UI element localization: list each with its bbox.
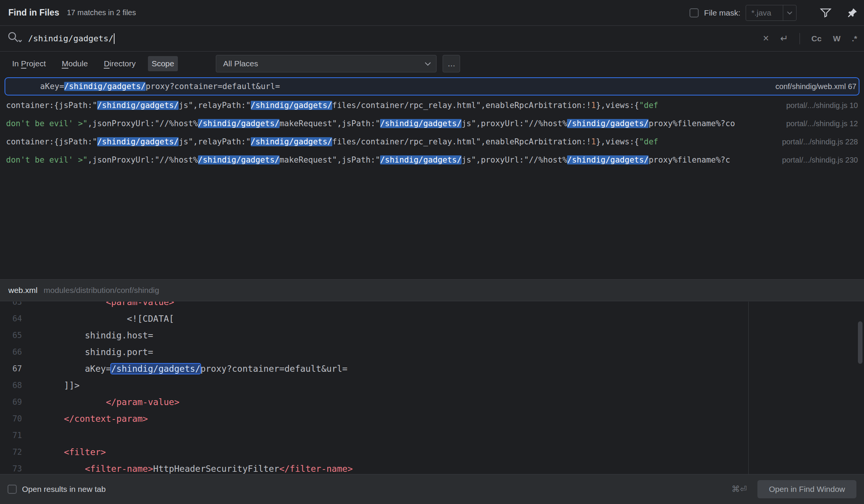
search-bar: /shindig/gadgets/ × ↵ Cc W .*	[0, 26, 864, 52]
result-text: don't be evil' >",jsonProxyUrl:"//%host%…	[6, 119, 780, 128]
result-text: container:{jsPath:"/shindig/gadgets/js",…	[6, 101, 780, 110]
insert-newline-icon[interactable]: ↵	[780, 34, 788, 43]
editor-line[interactable]: 70 </context-param>	[0, 410, 864, 427]
text-caret	[114, 33, 115, 44]
file-mask-label: File mask:	[704, 8, 740, 17]
filter-icon[interactable]	[820, 8, 831, 18]
line-number: 64	[0, 310, 22, 327]
shortcut-hint: ⌘⏎	[732, 484, 747, 494]
search-field-icons: × ↵ Cc W .*	[763, 33, 857, 44]
toggle-separator	[800, 33, 800, 44]
open-in-find-window-button[interactable]: Open in Find Window	[757, 480, 856, 498]
chevron-down-icon	[419, 62, 436, 66]
editor-line[interactable]: 64 <![CDATA[	[0, 310, 864, 327]
result-location: portal/.../shindig.js 12	[786, 119, 858, 128]
line-number: 73	[0, 460, 22, 474]
regex-toggle[interactable]: .*	[852, 34, 857, 43]
editor-lines: 63 <param-value>64 <![CDATA[65 shindig.h…	[0, 302, 864, 474]
preview-header: web.xml modules/distribution/conf/shindi…	[0, 279, 864, 301]
preview-file-path: modules/distribution/conf/shindig	[44, 286, 159, 295]
preview-file-name: web.xml	[8, 286, 38, 295]
line-number: 68	[0, 377, 22, 394]
code-text: <param-value>	[22, 302, 174, 310]
open-in-new-tab-checkbox[interactable]	[8, 485, 17, 494]
clear-search-icon[interactable]: ×	[763, 33, 769, 44]
result-text: aKey=/shindig/gadgets/proxy?container=de…	[11, 82, 770, 91]
editor-line[interactable]: 71	[0, 427, 864, 444]
result-row[interactable]: container:{jsPath:"/shindig/gadgets/js",…	[0, 133, 864, 151]
line-number: 69	[0, 394, 22, 410]
code-text: <filter-name>HttpHeaderSecurityFilter</f…	[22, 460, 353, 474]
code-text: ]]>	[22, 377, 80, 394]
scope-items: In ProjectModuleDirectoryScope	[8, 56, 186, 71]
result-location: conf/shindig/web.xml 67	[776, 82, 856, 91]
line-number: 70	[0, 410, 22, 427]
search-input[interactable]: /shindig/gadgets/	[28, 34, 113, 43]
file-mask-checkbox[interactable]	[690, 8, 699, 17]
scope-bar: In ProjectModuleDirectoryScope All Place…	[0, 52, 864, 75]
result-text: don't be evil' >",jsonProxyUrl:"//%host%…	[6, 155, 776, 164]
dialog-header: Find in Files 17 matches in 2 files File…	[0, 0, 864, 26]
editor-line[interactable]: 66 shindig.port=	[0, 344, 864, 360]
line-number: 71	[0, 427, 22, 444]
code-text: </context-param>	[22, 410, 148, 427]
file-mask-combo[interactable]: *.java	[746, 5, 796, 21]
editor-line[interactable]: 69 </param-value>	[0, 394, 864, 410]
editor-line[interactable]: 72 <filter>	[0, 444, 864, 460]
line-number: 66	[0, 344, 22, 360]
match-summary: 17 matches in 2 files	[67, 8, 136, 17]
result-row[interactable]: container:{jsPath:"/shindig/gadgets/js",…	[0, 96, 864, 114]
search-places-value: All Places	[216, 59, 419, 68]
words-toggle[interactable]: W	[833, 34, 840, 43]
results-list: aKey=/shindig/gadgets/proxy?container=de…	[0, 76, 864, 279]
match-case-toggle[interactable]: Cc	[811, 34, 822, 43]
editor-line[interactable]: 67 aKey=/shindig/gadgets/proxy?container…	[0, 360, 864, 377]
scope-item-module[interactable]: Module	[58, 56, 92, 71]
file-mask-value: *.java	[746, 8, 783, 17]
search-places-combo[interactable]: All Places	[216, 55, 437, 72]
result-row[interactable]: don't be evil' >",jsonProxyUrl:"//%host%…	[0, 114, 864, 133]
result-location: portal/.../shindig.js 230	[782, 156, 858, 164]
dialog-title: Find in Files	[8, 8, 59, 18]
editor-line[interactable]: 63 <param-value>	[0, 302, 864, 310]
result-row[interactable]: don't be evil' >",jsonProxyUrl:"//%host%…	[0, 151, 864, 169]
code-text: shindig.host=	[22, 327, 153, 344]
line-number: 65	[0, 327, 22, 344]
scope-item-in-project[interactable]: In Project	[8, 56, 50, 71]
dialog-footer: Open results in new tab ⌘⏎ Open in Find …	[0, 474, 864, 504]
result-row[interactable]: aKey=/shindig/gadgets/proxy?container=de…	[5, 77, 859, 95]
pin-icon[interactable]	[847, 7, 858, 19]
scope-item-scope[interactable]: Scope	[148, 56, 178, 71]
scope-item-directory[interactable]: Directory	[100, 56, 140, 71]
scope-more-button[interactable]: …	[443, 55, 460, 72]
code-text	[22, 427, 43, 444]
result-location: portal/.../shindig.js 228	[782, 138, 858, 146]
result-text: container:{jsPath:"/shindig/gadgets/js",…	[6, 137, 776, 146]
line-number: 63	[0, 302, 22, 310]
code-text: aKey=/shindig/gadgets/proxy?container=de…	[22, 360, 347, 377]
chevron-down-icon[interactable]	[783, 11, 796, 15]
open-in-new-tab-label: Open results in new tab	[22, 485, 106, 494]
line-number: 67	[0, 360, 22, 377]
editor-line[interactable]: 73 <filter-name>HttpHeaderSecurityFilter…	[0, 460, 864, 474]
code-text: shindig.port=	[22, 344, 153, 360]
code-text: </param-value>	[22, 394, 179, 410]
line-number: 72	[0, 444, 22, 460]
editor-scrollbar[interactable]	[858, 321, 862, 364]
preview-editor[interactable]: 63 <param-value>64 <![CDATA[65 shindig.h…	[0, 302, 864, 474]
editor-line[interactable]: 65 shindig.host=	[0, 327, 864, 344]
code-text: <![CDATA[	[22, 310, 174, 327]
editor-line[interactable]: 68 ]]>	[0, 377, 864, 394]
code-text: <filter>	[22, 444, 106, 460]
search-icon[interactable]	[7, 31, 23, 46]
result-location: portal/.../shindig.js 10	[786, 101, 858, 110]
